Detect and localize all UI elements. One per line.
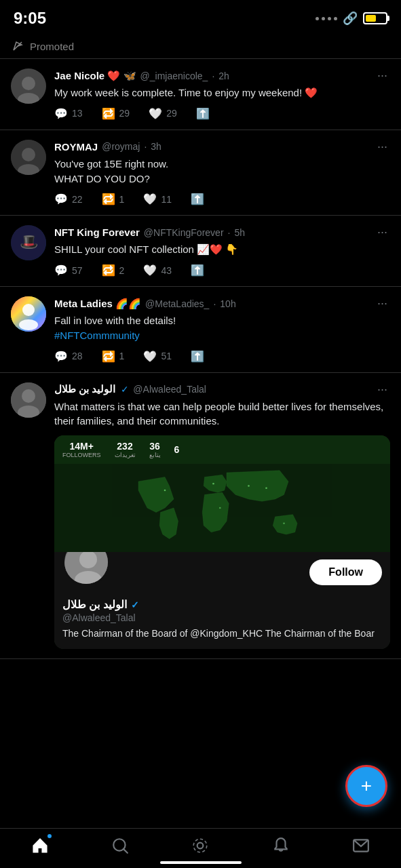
share-icon-2: ⬆️ <box>191 193 204 205</box>
retweet-button-2[interactable]: 🔁 1 <box>102 193 125 205</box>
svg-point-18 <box>248 485 250 487</box>
like-button-2[interactable]: 🤍 11 <box>143 193 172 205</box>
svg-point-2 <box>22 77 35 90</box>
tweet-2-text: You've got 15E right now.WHAT DO YOU DO? <box>54 157 390 186</box>
avatar-jae-nicole <box>11 68 46 104</box>
tweet-3: 🎩 NFT King Forever @NFTKingForever · 5h … <box>0 216 401 287</box>
nav-notifications[interactable] <box>272 837 290 854</box>
reply-button-3[interactable]: 💬 57 <box>54 264 83 277</box>
tweet-1-more[interactable]: ··· <box>375 68 390 83</box>
retweet-button[interactable]: 🔁 29 <box>102 107 130 120</box>
reply-button[interactable]: 💬 13 <box>54 107 83 120</box>
link-icon: 🔗 <box>343 11 358 26</box>
retweet-icon-4: 🔁 <box>102 350 115 363</box>
alwaleed-more[interactable]: ··· <box>375 382 390 397</box>
tweet-alwaleed: الوليد بن طلال ✓ @Alwaleed_Talal ··· Wha… <box>0 373 401 659</box>
tweet-4-name: Meta Ladies 🌈🌈 <box>54 298 141 310</box>
tweet-2-name: ROYMAJ <box>54 141 98 153</box>
like-button-3[interactable]: 🤍 43 <box>143 264 172 277</box>
retweet-button-3[interactable]: 🔁 2 <box>102 264 125 277</box>
stat-tweets-num: 232 <box>117 441 132 452</box>
like-icon-2: 🤍 <box>143 193 157 205</box>
tweet-4-text: Fall in love with the details! #NFTCommm… <box>54 313 390 343</box>
tweet-1-header: Jae Nicole ❤️ 🦋 @_imjaenicole_ · 2h ··· <box>54 68 390 83</box>
world-map-visual <box>54 464 390 552</box>
compose-icon: + <box>361 775 372 797</box>
svg-point-10 <box>22 304 35 316</box>
svg-text:🎩: 🎩 <box>20 233 39 251</box>
map-stats-header: 14M+ FOLLOWERS 232 تغريدات 36 يتابع 6 <box>54 435 390 464</box>
tweet-1-text: My work week is complete. Time to enjoy … <box>54 85 390 100</box>
tweet-2-time: 3h <box>151 141 161 152</box>
tweet-3-time: 5h <box>234 227 245 238</box>
tweet-1-dot: · <box>212 71 214 81</box>
reply-button-2[interactable]: 💬 22 <box>54 193 83 205</box>
card-verified-badge: ✓ <box>131 599 139 610</box>
alwaleed-header: الوليد بن طلال ✓ @Alwaleed_Talal ··· <box>54 382 390 397</box>
card-name-text: الوليد بن طلال <box>62 598 127 611</box>
promoted-bar: Promoted <box>0 34 401 59</box>
reply-icon-4: 💬 <box>54 350 68 363</box>
stat-tweets-label: تغريدات <box>115 452 136 458</box>
card-handle: @Alwaleed_Talal <box>62 612 382 623</box>
tweet-4-meta: Meta Ladies 🌈🌈 @MetaLadies_ · 10h <box>54 298 372 310</box>
status-bar: 9:05 🔗 <box>0 0 401 34</box>
retweet-count: 29 <box>119 108 130 119</box>
home-indicator <box>160 861 242 864</box>
reply-icon-3: 💬 <box>54 264 68 277</box>
card-info: الوليد بن طلال ✓ @Alwaleed_Talal The Cha… <box>54 593 390 649</box>
card-desc: The Chairman of the Board of @Kingdom_KH… <box>62 627 382 641</box>
tweet-3-more[interactable]: ··· <box>375 225 390 239</box>
nav-spaces[interactable] <box>191 837 209 854</box>
avatar-nft-king: 🎩 <box>11 225 46 260</box>
avatar-roymaj <box>11 140 46 175</box>
nav-messages[interactable] <box>352 837 370 854</box>
retweet-button-4[interactable]: 🔁 1 <box>102 350 125 363</box>
svg-point-13 <box>22 389 35 403</box>
tweet-2-more[interactable]: ··· <box>375 140 390 154</box>
like-button[interactable]: 🤍 29 <box>149 107 177 120</box>
share-button[interactable]: ⬆️ <box>196 107 210 120</box>
stat-followers-label: FOLLOWERS <box>62 452 101 458</box>
tweet-1-time: 2h <box>218 71 229 81</box>
share-icon: ⬆️ <box>196 107 210 120</box>
share-button-3[interactable]: ⬆️ <box>191 264 204 277</box>
reply-button-4[interactable]: 💬 28 <box>54 350 83 363</box>
like-icon-4: 🤍 <box>143 350 157 363</box>
share-button-4[interactable]: ⬆️ <box>191 350 204 363</box>
follow-button[interactable]: Follow <box>309 559 382 585</box>
battery-icon <box>363 12 387 24</box>
stat-tweets: 232 تغريدات <box>115 441 136 458</box>
alwaleed-text: What matters is that we can help people … <box>54 399 390 429</box>
retweet-icon-3: 🔁 <box>102 264 115 277</box>
share-icon-4: ⬆️ <box>191 350 204 363</box>
tweet-1-meta: Jae Nicole ❤️ 🦋 @_imjaenicole_ · 2h <box>54 70 372 82</box>
tweet-3-body: NFT King Forever @NFTKingForever · 5h ··… <box>54 225 390 277</box>
like-button-4[interactable]: 🤍 51 <box>143 350 172 363</box>
home-notification-dot <box>47 834 52 838</box>
tweet-4-more[interactable]: ··· <box>375 296 390 311</box>
tweet-4-body: Meta Ladies 🌈🌈 @MetaLadies_ · 10h ··· Fa… <box>54 296 390 363</box>
tweet-2-meta: ROYMAJ @roymaj · 3h <box>54 141 372 153</box>
svg-point-20 <box>219 507 221 509</box>
nav-search[interactable] <box>111 837 129 854</box>
reply-count: 13 <box>72 108 83 119</box>
verified-badge: ✓ <box>121 384 129 395</box>
tweet-2-handle: @roymaj <box>102 141 140 152</box>
share-button-2[interactable]: ⬆️ <box>191 193 204 205</box>
reply-icon-2: 💬 <box>54 193 68 205</box>
hashtag-nft: #NFTCommmunity <box>54 330 140 341</box>
tweet-3-dot: · <box>228 227 231 238</box>
reply-count-3: 57 <box>72 265 83 276</box>
nav-home[interactable] <box>31 837 49 854</box>
alwaleed-handle: @Alwaleed_Talal <box>133 384 206 395</box>
stat-extra: 6 <box>174 444 180 455</box>
tweet-4-handle: @MetaLadies_ <box>145 298 209 309</box>
reply-count-2: 22 <box>72 194 83 205</box>
compose-button[interactable]: + <box>345 765 387 807</box>
svg-point-11 <box>19 319 38 330</box>
tweet-3-text: SHILL your cool NFT collection 📈❤️ 👇 <box>54 242 390 257</box>
tweet-3-handle: @NFTKingForever <box>144 227 224 238</box>
like-icon: 🤍 <box>149 107 162 120</box>
tweet-4-header: Meta Ladies 🌈🌈 @MetaLadies_ · 10h ··· <box>54 296 390 311</box>
